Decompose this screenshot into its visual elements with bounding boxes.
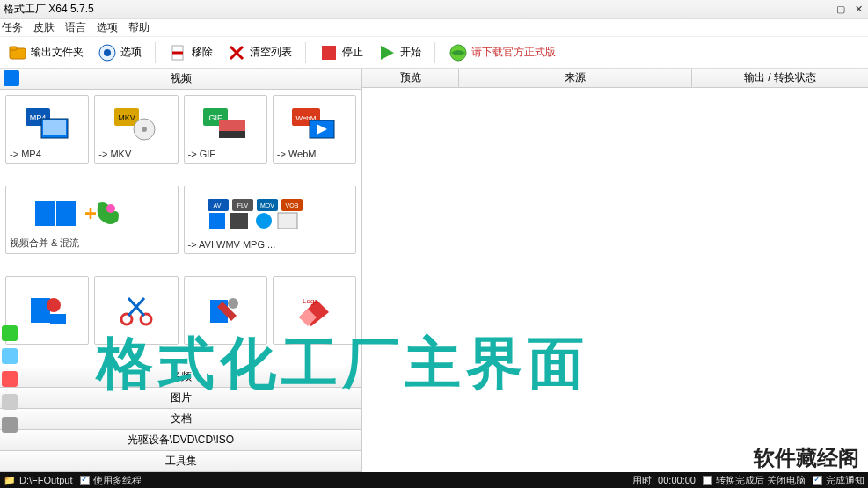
checkbox-icon bbox=[80, 476, 90, 485]
download-link[interactable]: 请下载官方正式版 bbox=[444, 40, 560, 65]
list-header: 预览 来源 输出 / 转换状态 bbox=[362, 69, 868, 88]
globe-options-icon bbox=[98, 43, 117, 62]
card-tool-3[interactable] bbox=[184, 276, 267, 345]
toolbox-category-icon bbox=[2, 417, 18, 433]
svg-rect-8 bbox=[322, 46, 336, 60]
card-tool-1[interactable] bbox=[5, 276, 89, 345]
main: 视频 MP4 -> MP4 MKV -> MKV GIF -> GIF WebM… bbox=[0, 69, 868, 472]
category-document-label: 文档 bbox=[171, 412, 192, 426]
category-audio[interactable]: 音频 bbox=[0, 367, 361, 388]
menu-options[interactable]: 选项 bbox=[97, 20, 118, 35]
clear-list-icon bbox=[227, 43, 246, 62]
category-audio-label: 音频 bbox=[171, 369, 192, 384]
download-link-label: 请下载官方正式版 bbox=[471, 45, 556, 60]
svg-text:FLV: FLV bbox=[237, 202, 249, 208]
svg-rect-40 bbox=[230, 213, 248, 229]
remove-label: 移除 bbox=[192, 45, 213, 60]
output-path[interactable]: 📁 D:\FFOutput bbox=[4, 475, 73, 486]
card-multi-label: -> AVI WMV MPG ... bbox=[188, 239, 353, 250]
card-gif-label: -> GIF bbox=[188, 149, 263, 159]
svg-text:Logo: Logo bbox=[303, 297, 318, 305]
category-picture[interactable]: 图片 bbox=[0, 388, 361, 409]
notify-toggle[interactable]: 完成通知 bbox=[813, 474, 864, 487]
card-merge-mux[interactable]: + 视频合并 & 混流 bbox=[5, 186, 179, 254]
svg-text:+: + bbox=[84, 201, 97, 225]
category-toolbox[interactable]: 工具集 bbox=[0, 451, 361, 472]
stop-icon bbox=[319, 43, 339, 62]
remove-icon bbox=[169, 43, 188, 62]
elapsed: 用时: 00:00:00 bbox=[632, 474, 696, 487]
separator bbox=[434, 42, 435, 63]
card-gif[interactable]: GIF -> GIF bbox=[184, 95, 267, 164]
options-button[interactable]: 选项 bbox=[93, 40, 146, 65]
col-preview[interactable]: 预览 bbox=[362, 69, 459, 87]
menu-help[interactable]: 帮助 bbox=[128, 20, 150, 35]
svg-point-47 bbox=[141, 314, 151, 324]
svg-rect-28 bbox=[56, 201, 76, 226]
card-mp4[interactable]: MP4 -> MP4 bbox=[5, 95, 89, 164]
card-tool-2[interactable] bbox=[94, 276, 178, 345]
card-merge-label: 视频合并 & 混流 bbox=[10, 237, 174, 250]
scissors-icon bbox=[98, 280, 173, 340]
webm-icon: WebM bbox=[277, 99, 352, 149]
card-avi-wmv-mpg[interactable]: AVIFLVMOVVOB -> AVI WMV MPG ... bbox=[184, 186, 357, 254]
picture-category-icon bbox=[2, 348, 18, 364]
optical-category-icon bbox=[2, 394, 18, 410]
card-tool-4[interactable]: Logo bbox=[273, 276, 356, 345]
output-folder-button[interactable]: 输出文件夹 bbox=[4, 40, 88, 65]
stop-label: 停止 bbox=[342, 45, 363, 60]
close-button[interactable]: ✕ bbox=[852, 4, 864, 16]
menu-task[interactable]: 任务 bbox=[2, 20, 23, 35]
multithread-label: 使用多线程 bbox=[93, 474, 142, 487]
mp4-icon: MP4 bbox=[10, 99, 84, 149]
category-document[interactable]: 文档 bbox=[0, 409, 361, 430]
svg-text:VOB: VOB bbox=[285, 202, 298, 208]
clear-list-button[interactable]: 清空列表 bbox=[222, 40, 296, 65]
card-webm[interactable]: WebM -> WebM bbox=[273, 95, 356, 164]
category-optical[interactable]: 光驱设备\DVD\CD\ISO bbox=[0, 430, 361, 451]
category-optical-label: 光驱设备\DVD\CD\ISO bbox=[128, 433, 234, 448]
checkbox-icon bbox=[813, 476, 822, 485]
video-grid: MP4 -> MP4 MKV -> MKV GIF -> GIF WebM ->… bbox=[0, 90, 361, 367]
minimize-button[interactable]: — bbox=[817, 4, 829, 16]
svg-text:MOV: MOV bbox=[260, 202, 274, 208]
card-mp4-label: -> MP4 bbox=[10, 149, 84, 159]
checkbox-icon bbox=[703, 476, 712, 485]
menu-language[interactable]: 语言 bbox=[65, 20, 86, 35]
statusbar: 📁 D:\FFOutput 使用多线程 用时: 00:00:00 转换完成后 关… bbox=[0, 472, 868, 488]
card-mkv-label: -> MKV bbox=[98, 149, 173, 159]
multithread-toggle[interactable]: 使用多线程 bbox=[80, 474, 142, 487]
svg-point-46 bbox=[121, 314, 132, 324]
col-source[interactable]: 来源 bbox=[459, 69, 692, 87]
col-output[interactable]: 输出 / 转换状态 bbox=[692, 69, 868, 87]
output-folder-label: 输出文件夹 bbox=[31, 45, 84, 60]
card-mkv[interactable]: MKV -> MKV bbox=[94, 95, 178, 164]
gif-icon: GIF bbox=[188, 99, 263, 149]
category-video[interactable]: 视频 bbox=[0, 69, 361, 90]
output-path-text: D:\FFOutput bbox=[19, 475, 73, 485]
elapsed-value: 00:00:00 bbox=[658, 475, 696, 485]
task-list[interactable] bbox=[362, 88, 868, 472]
card-webm-label: -> WebM bbox=[277, 149, 352, 159]
svg-rect-45 bbox=[50, 314, 66, 324]
menubar: 任务 皮肤 语言 选项 帮助 bbox=[0, 19, 868, 37]
svg-marker-9 bbox=[381, 46, 394, 60]
left-panel: 视频 MP4 -> MP4 MKV -> MKV GIF -> GIF WebM… bbox=[0, 69, 362, 472]
document-category-icon bbox=[2, 371, 18, 387]
start-button[interactable]: 开始 bbox=[373, 40, 426, 65]
category-toolbox-label: 工具集 bbox=[165, 454, 197, 469]
category-picture-label: 图片 bbox=[171, 390, 192, 405]
stop-button[interactable]: 停止 bbox=[315, 40, 368, 65]
repair-icon bbox=[188, 280, 263, 340]
remove-button[interactable]: 移除 bbox=[164, 40, 217, 65]
menu-skin[interactable]: 皮肤 bbox=[33, 20, 55, 35]
toolbar: 输出文件夹 选项 移除 清空列表 停止 开始 请下载官方正式版 bbox=[0, 37, 868, 69]
svg-point-18 bbox=[142, 127, 147, 132]
titlebar: 格式工厂 X64 5.7.5 — ▢ ✕ bbox=[0, 0, 868, 19]
shutdown-toggle[interactable]: 转换完成后 关闭电脑 bbox=[703, 474, 806, 487]
svg-rect-43 bbox=[31, 298, 50, 323]
svg-rect-42 bbox=[278, 213, 297, 229]
maximize-button[interactable]: ▢ bbox=[835, 4, 847, 16]
svg-point-44 bbox=[47, 298, 61, 312]
clear-list-label: 清空列表 bbox=[250, 45, 292, 60]
